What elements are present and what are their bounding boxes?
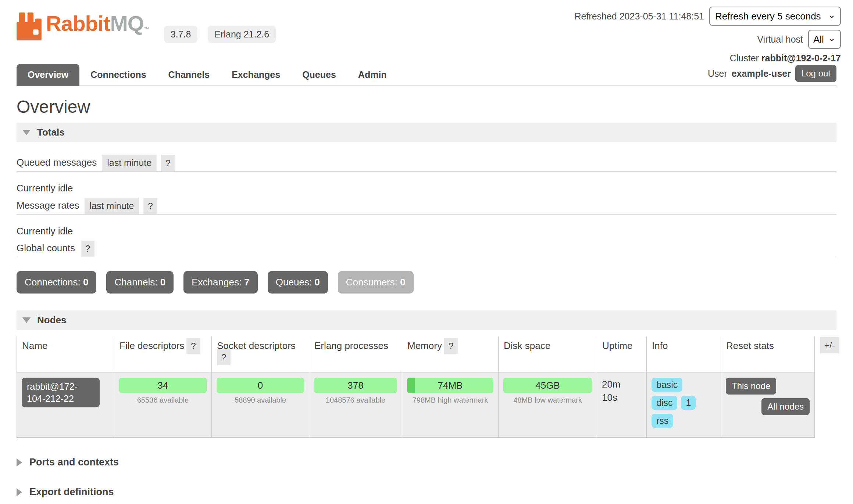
table-header-row: Name File descriptors? Socket descriptor…	[17, 336, 815, 373]
collapse-triangle-icon	[22, 317, 31, 323]
count-value: 0	[400, 277, 405, 288]
reset-this-node-button[interactable]: This node	[726, 378, 776, 395]
global-counts-buttons: Connections: 0 Channels: 0 Exchanges: 7 …	[17, 271, 836, 294]
file-descriptors-cell: 34 65536 available	[114, 373, 212, 438]
vhost-select[interactable]: All	[808, 30, 841, 49]
message-rates-label: Message rates	[17, 200, 79, 214]
columns-plus-minus-button[interactable]: +/-	[820, 337, 839, 353]
file-descriptors-bar: 34	[119, 378, 207, 393]
col-uptime: Uptime	[597, 336, 647, 373]
queued-status: Currently idle	[17, 183, 836, 194]
message-rates-row: Message rates last minute ?	[17, 198, 836, 215]
refresh-row: Refreshed 2023-05-31 11:48:51 Refresh ev…	[574, 7, 841, 26]
section-totals-header[interactable]: Totals	[17, 123, 836, 142]
help-badge[interactable]: ?	[217, 349, 231, 365]
tab-channels[interactable]: Channels	[157, 64, 221, 86]
queues-count-button[interactable]: Queues: 0	[268, 271, 328, 294]
memory-cell: 74MB 798MB high watermark	[402, 373, 499, 438]
info-badge-rss: rss	[652, 414, 673, 428]
brand-wordmark: RabbitMQ™	[46, 10, 149, 43]
bar-value: 0	[258, 380, 263, 391]
tab-admin[interactable]: Admin	[347, 64, 398, 86]
rabbitmq-logo[interactable]: RabbitMQ™	[17, 10, 149, 43]
col-disk-space: Disk space	[499, 336, 597, 373]
help-badge[interactable]: ?	[444, 338, 458, 354]
rabbitmq-version-badge: 3.7.8	[164, 26, 198, 43]
erlang-processes-bar: 378	[314, 378, 397, 393]
help-badge[interactable]: ?	[143, 198, 157, 214]
logo-row: RabbitMQ™ 3.7.8 Erlang 21.2.6 Refreshed …	[17, 7, 836, 62]
consumers-count-button[interactable]: Consumers: 0	[338, 271, 414, 294]
expand-triangle-icon	[17, 458, 22, 467]
col-erlang-processes: Erlang processes	[309, 336, 402, 373]
refreshed-timestamp: Refreshed 2023-05-31 11:48:51	[574, 11, 704, 22]
tab-overview[interactable]: Overview	[17, 64, 79, 86]
logout-button[interactable]: Log out	[795, 65, 836, 82]
queued-messages-row: Queued messages last minute ?	[17, 155, 836, 172]
brand-mq: MQ	[110, 11, 143, 35]
tab-queues[interactable]: Queues	[291, 64, 347, 86]
section-export-definitions[interactable]: Export definitions	[17, 486, 836, 498]
col-socket-descriptors: Socket descriptors ?	[212, 336, 309, 373]
col-label: Uptime	[602, 340, 632, 351]
version-badges: 3.7.8 Erlang 21.2.6	[164, 26, 276, 43]
disk-space-sub: 48MB low watermark	[503, 396, 592, 404]
socket-descriptors-sub: 58890 available	[217, 396, 304, 404]
tab-connections[interactable]: Connections	[79, 64, 157, 86]
count-value: 0	[314, 277, 320, 288]
rates-status: Currently idle	[17, 226, 836, 237]
disk-space-cell: 45GB 48MB low watermark	[499, 373, 597, 438]
page-title: Overview	[17, 97, 836, 117]
info-badge-disc: disc	[652, 396, 677, 410]
memory-used-fill	[407, 378, 415, 393]
erlang-processes-sub: 1048576 available	[314, 396, 397, 404]
nodes-table: Name File descriptors? Socket descriptor…	[17, 336, 815, 438]
nav-tabs: Overview Connections Channels Exchanges …	[17, 64, 836, 86]
bar-value: 74MB	[438, 380, 463, 391]
memory-sub: 798MB high watermark	[407, 396, 493, 404]
cluster-line: Cluster rabbit@192-0-2-17	[574, 53, 841, 64]
col-label: File descriptors	[119, 340, 184, 351]
section-nodes-header[interactable]: Nodes	[17, 310, 836, 330]
info-badges: basic disc 1 rss	[652, 378, 710, 428]
col-label: Disk space	[504, 340, 550, 351]
bar-value: 34	[158, 380, 168, 391]
col-name: Name	[17, 336, 114, 373]
rabbitmq-logo-icon	[17, 12, 42, 40]
col-label: Info	[652, 340, 668, 351]
vhost-select-wrap: All ⌄	[808, 30, 841, 49]
col-label: Memory	[407, 340, 442, 351]
info-badge-1: 1	[681, 396, 696, 410]
expand-triangle-icon	[17, 488, 22, 496]
refresh-interval-select[interactable]: Refresh every 5 seconds	[709, 7, 841, 26]
socket-descriptors-cell: 0 58890 available	[212, 373, 309, 438]
connections-count-button[interactable]: Connections: 0	[17, 271, 96, 294]
socket-descriptors-bar: 0	[217, 378, 304, 393]
help-badge[interactable]: ?	[81, 241, 94, 257]
queued-range-tab[interactable]: last minute	[102, 155, 157, 171]
reset-all-nodes-button[interactable]: All nodes	[761, 398, 810, 415]
col-info: Info	[647, 336, 721, 373]
user-box: User example-user Log out	[708, 65, 836, 82]
disk-space-bar: 45GB	[503, 378, 592, 393]
section-label: Export definitions	[29, 486, 114, 498]
tab-exchanges[interactable]: Exchanges	[221, 64, 291, 86]
brand-rabbit: Rabbit	[46, 11, 110, 35]
rates-range-tab[interactable]: last minute	[85, 198, 139, 214]
section-nodes-title: Nodes	[37, 314, 66, 326]
user-label: User	[708, 68, 727, 79]
node-name-badge[interactable]: rabbit@172-104-212-22	[22, 378, 100, 407]
page: RabbitMQ™ 3.7.8 Erlang 21.2.6 Refreshed …	[0, 0, 853, 504]
col-memory: Memory?	[402, 336, 499, 373]
count-value: 0	[160, 277, 165, 288]
exchanges-count-button[interactable]: Exchanges: 7	[183, 271, 258, 294]
section-ports-and-contexts[interactable]: Ports and contexts	[17, 457, 836, 468]
channels-count-button[interactable]: Channels: 0	[106, 271, 174, 294]
help-badge[interactable]: ?	[186, 338, 200, 354]
help-badge[interactable]: ?	[161, 155, 175, 171]
node-name-cell: rabbit@172-104-212-22	[17, 373, 114, 438]
erlang-version-badge: Erlang 21.2.6	[208, 26, 276, 43]
global-counts-row: Global counts ?	[17, 241, 836, 257]
cluster-name: rabbit@192-0-2-17	[761, 53, 841, 63]
col-file-descriptors: File descriptors?	[114, 336, 212, 373]
